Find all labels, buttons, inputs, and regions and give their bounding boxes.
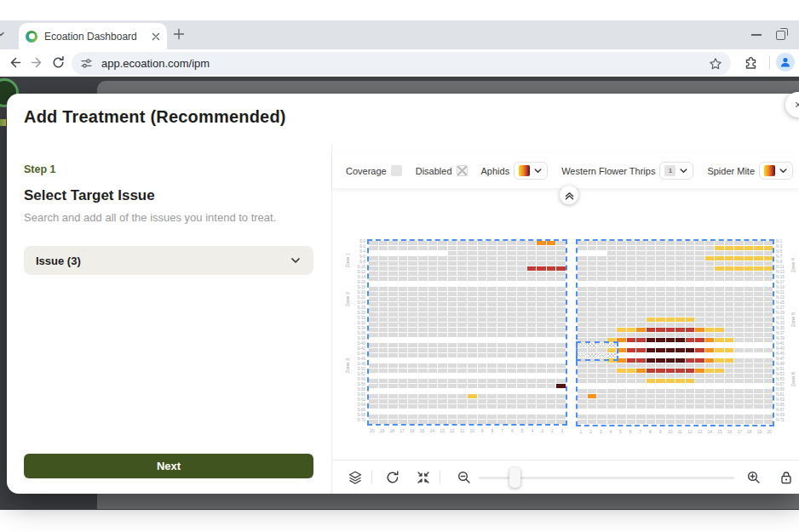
heatmap-cell[interactable] (666, 415, 675, 419)
heatmap-cell[interactable] (478, 369, 487, 373)
heatmap-cell[interactable] (428, 420, 438, 424)
heatmap-cell[interactable] (497, 389, 507, 393)
heatmap-cell[interactable] (547, 302, 556, 306)
heatmap-cell[interactable] (647, 338, 656, 342)
heatmap-cell[interactable] (487, 384, 497, 388)
heatmap-cell[interactable] (497, 358, 507, 363)
heatmap-cell[interactable] (517, 246, 526, 250)
heatmap-cell[interactable] (656, 420, 665, 424)
heatmap-cell[interactable] (547, 333, 556, 337)
heatmap-cell[interactable] (517, 328, 526, 332)
heatmap-cell[interactable] (428, 369, 438, 373)
heatmap-cell[interactable] (399, 251, 408, 255)
heatmap-cell[interactable] (627, 384, 636, 388)
heatmap-cell[interactable] (647, 409, 656, 414)
heatmap-cell[interactable] (647, 358, 656, 363)
heatmap-cell[interactable] (705, 353, 715, 358)
heatmap-cell[interactable] (527, 409, 537, 414)
heatmap-cell[interactable] (468, 307, 477, 312)
heatmap-cell[interactable] (517, 297, 526, 301)
heatmap-cell[interactable] (418, 256, 428, 260)
heatmap-cell[interactable] (547, 353, 556, 358)
heatmap-cell[interactable] (695, 358, 704, 363)
heatmap-cell[interactable] (556, 333, 566, 337)
heatmap-cell[interactable] (754, 338, 763, 342)
heatmap-cell[interactable] (764, 353, 773, 358)
heatmap-cell[interactable] (647, 379, 656, 383)
heatmap-cell[interactable] (468, 266, 477, 271)
heatmap-cell[interactable] (399, 317, 408, 322)
heatmap-cell[interactable] (507, 358, 516, 363)
heatmap-cell[interactable] (715, 353, 724, 358)
heatmap-cell[interactable] (487, 338, 497, 342)
heatmap-cell[interactable] (388, 389, 398, 393)
heatmap-cell[interactable] (705, 343, 715, 347)
heatmap-cell[interactable] (695, 394, 704, 398)
heatmap-cell[interactable] (695, 333, 704, 337)
heatmap-cell[interactable] (448, 420, 457, 424)
heatmap-cell[interactable] (744, 277, 754, 281)
heatmap-cell[interactable] (448, 409, 457, 414)
heatmap-cell[interactable] (388, 272, 398, 276)
heatmap-cell[interactable] (517, 363, 526, 368)
heatmap-cell[interactable] (754, 415, 763, 419)
heatmap-cell[interactable] (607, 338, 617, 342)
heatmap-cell[interactable] (675, 328, 685, 332)
heatmap-cell[interactable] (656, 328, 665, 332)
heatmap-cell[interactable] (607, 307, 617, 312)
heatmap-cell[interactable] (527, 333, 537, 337)
heatmap-cell[interactable] (388, 317, 398, 322)
heatmap-cell[interactable] (578, 317, 587, 322)
heatmap-cell[interactable] (647, 415, 656, 419)
heatmap-cell[interactable] (734, 404, 744, 409)
heatmap-cell[interactable] (734, 241, 744, 245)
heatmap-cell[interactable] (547, 384, 556, 388)
heatmap-cell[interactable] (695, 302, 704, 306)
heatmap-cell[interactable] (627, 333, 636, 337)
heatmap-cell[interactable] (369, 343, 378, 347)
fit-view-button[interactable] (416, 470, 431, 485)
heatmap-cell[interactable] (527, 302, 537, 306)
heatmap-cell[interactable] (715, 251, 724, 255)
heatmap-cell[interactable] (527, 358, 537, 363)
heatmap-cell[interactable] (547, 404, 556, 409)
heatmap-cell[interactable] (438, 312, 447, 317)
heatmap-cell[interactable] (487, 261, 497, 266)
heatmap-cell[interactable] (468, 287, 477, 291)
heatmap-cell[interactable] (517, 256, 526, 260)
heatmap-cell[interactable] (764, 246, 773, 250)
heatmap-cell[interactable] (537, 287, 546, 291)
heatmap-cell[interactable] (497, 323, 507, 327)
heatmap-cell[interactable] (627, 282, 636, 286)
heatmap-cell[interactable] (457, 251, 467, 255)
heatmap-cell[interactable] (448, 348, 457, 352)
heatmap-cell[interactable] (734, 394, 744, 398)
heatmap-cell[interactable] (379, 333, 388, 337)
heatmap-cell[interactable] (547, 379, 556, 383)
heatmap-cell[interactable] (636, 415, 646, 419)
heatmap-cell[interactable] (588, 409, 597, 414)
heatmap-cell[interactable] (537, 363, 546, 368)
heatmap-cell[interactable] (438, 394, 447, 398)
heatmap-cell[interactable] (744, 328, 754, 332)
heatmap-cell[interactable] (517, 307, 526, 312)
heatmap-cell[interactable] (478, 272, 487, 276)
heatmap-cell[interactable] (705, 277, 715, 281)
heatmap-cell[interactable] (497, 241, 507, 245)
heatmap-cell[interactable] (507, 241, 516, 245)
heatmap-cell[interactable] (547, 389, 556, 393)
heatmap-cell[interactable] (438, 384, 447, 388)
heatmap-cell[interactable] (675, 282, 685, 286)
heatmap-cell[interactable] (507, 384, 516, 388)
heatmap-cell[interactable] (448, 369, 457, 373)
heatmap-cell[interactable] (734, 282, 744, 286)
heatmap-cell[interactable] (457, 261, 467, 266)
heatmap-cell[interactable] (418, 292, 428, 296)
heatmap-cell[interactable] (715, 333, 724, 337)
heatmap-cell[interactable] (478, 246, 487, 250)
heatmap-cell[interactable] (428, 266, 438, 271)
heatmap-cell[interactable] (636, 323, 646, 327)
heatmap-cell[interactable] (686, 287, 695, 291)
heatmap-cell[interactable] (438, 399, 447, 403)
heatmap-cell[interactable] (647, 272, 656, 276)
